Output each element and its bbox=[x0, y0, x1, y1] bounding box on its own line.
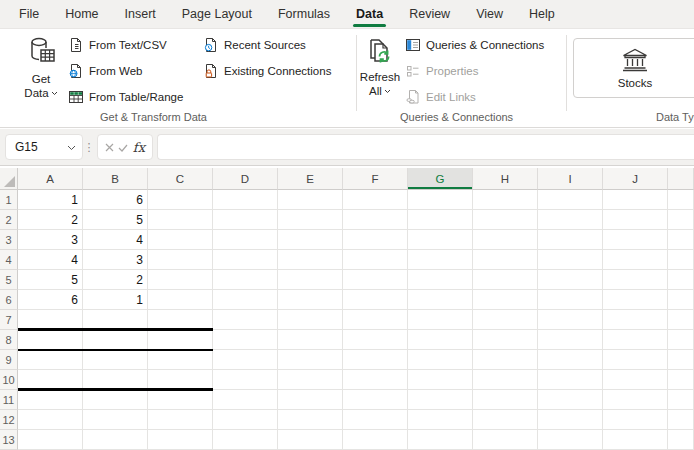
row-header-7[interactable]: 7 bbox=[0, 310, 18, 330]
tab-formulas[interactable]: Formulas bbox=[265, 0, 343, 28]
cell-C4[interactable] bbox=[148, 250, 213, 270]
cell-A3[interactable]: 3 bbox=[18, 230, 83, 250]
column-header-E[interactable]: E bbox=[278, 168, 343, 190]
cell-F12[interactable] bbox=[343, 410, 408, 430]
cell-H4[interactable] bbox=[473, 250, 538, 270]
cell-D5[interactable] bbox=[213, 270, 278, 290]
cell-H12[interactable] bbox=[473, 410, 538, 430]
cell-H13[interactable] bbox=[473, 430, 538, 450]
cell-G7[interactable] bbox=[408, 310, 473, 330]
row-header-3[interactable]: 3 bbox=[0, 230, 18, 250]
cell-I1[interactable] bbox=[538, 190, 603, 210]
cell-H6[interactable] bbox=[473, 290, 538, 310]
cell-A12[interactable] bbox=[18, 410, 83, 430]
cell-H10[interactable] bbox=[473, 370, 538, 390]
cell-H3[interactable] bbox=[473, 230, 538, 250]
cell-E10[interactable] bbox=[278, 370, 343, 390]
cell-partial4[interactable] bbox=[668, 250, 694, 270]
cell-C11[interactable] bbox=[148, 390, 213, 410]
cell-partial11[interactable] bbox=[668, 390, 694, 410]
cell-C1[interactable] bbox=[148, 190, 213, 210]
formula-input[interactable] bbox=[157, 134, 694, 160]
cell-A1[interactable]: 1 bbox=[18, 190, 83, 210]
cell-G12[interactable] bbox=[408, 410, 473, 430]
cell-I12[interactable] bbox=[538, 410, 603, 430]
cell-partial6[interactable] bbox=[668, 290, 694, 310]
cell-C2[interactable] bbox=[148, 210, 213, 230]
row-header-2[interactable]: 2 bbox=[0, 210, 18, 230]
cell-J9[interactable] bbox=[603, 350, 668, 370]
cell-G4[interactable] bbox=[408, 250, 473, 270]
column-header-C[interactable]: C bbox=[148, 168, 213, 190]
from-table-range-button[interactable]: From Table/Range bbox=[68, 87, 183, 107]
cell-F13[interactable] bbox=[343, 430, 408, 450]
cell-D2[interactable] bbox=[213, 210, 278, 230]
cell-C6[interactable] bbox=[148, 290, 213, 310]
cell-G9[interactable] bbox=[408, 350, 473, 370]
cell-D1[interactable] bbox=[213, 190, 278, 210]
cell-I13[interactable] bbox=[538, 430, 603, 450]
cell-D11[interactable] bbox=[213, 390, 278, 410]
cell-F3[interactable] bbox=[343, 230, 408, 250]
cell-C3[interactable] bbox=[148, 230, 213, 250]
cell-partial12[interactable] bbox=[668, 410, 694, 430]
tab-review[interactable]: Review bbox=[396, 0, 463, 28]
cell-partial7[interactable] bbox=[668, 310, 694, 330]
cell-F11[interactable] bbox=[343, 390, 408, 410]
cell-B3[interactable]: 4 bbox=[83, 230, 148, 250]
cell-J10[interactable] bbox=[603, 370, 668, 390]
cell-partial3[interactable] bbox=[668, 230, 694, 250]
cell-D4[interactable] bbox=[213, 250, 278, 270]
cancel-icon[interactable] bbox=[105, 138, 114, 156]
recent-sources-button[interactable]: Recent Sources bbox=[203, 35, 306, 55]
cell-I7[interactable] bbox=[538, 310, 603, 330]
tab-file[interactable]: File bbox=[6, 0, 52, 28]
from-web-button[interactable]: From Web bbox=[68, 61, 142, 81]
cell-partial1[interactable] bbox=[668, 190, 694, 210]
cell-E8[interactable] bbox=[278, 330, 343, 350]
cell-C9[interactable] bbox=[148, 350, 213, 370]
column-header-H[interactable]: H bbox=[473, 168, 538, 190]
cell-J3[interactable] bbox=[603, 230, 668, 250]
cell-partial10[interactable] bbox=[668, 370, 694, 390]
cell-E4[interactable] bbox=[278, 250, 343, 270]
cell-F1[interactable] bbox=[343, 190, 408, 210]
cell-B1[interactable]: 6 bbox=[83, 190, 148, 210]
cell-D3[interactable] bbox=[213, 230, 278, 250]
cell-A9[interactable] bbox=[18, 350, 83, 370]
cell-E5[interactable] bbox=[278, 270, 343, 290]
row-header-12[interactable]: 12 bbox=[0, 410, 18, 430]
cell-B6[interactable]: 1 bbox=[83, 290, 148, 310]
row-header-4[interactable]: 4 bbox=[0, 250, 18, 270]
cell-A8[interactable] bbox=[18, 330, 83, 350]
tab-page-layout[interactable]: Page Layout bbox=[169, 0, 265, 28]
cell-H2[interactable] bbox=[473, 210, 538, 230]
cell-F6[interactable] bbox=[343, 290, 408, 310]
enter-check-icon[interactable] bbox=[118, 138, 128, 156]
cell-A13[interactable] bbox=[18, 430, 83, 450]
cell-A10[interactable] bbox=[18, 370, 83, 390]
cell-F8[interactable] bbox=[343, 330, 408, 350]
cell-partial8[interactable] bbox=[668, 330, 694, 350]
cell-J12[interactable] bbox=[603, 410, 668, 430]
cell-partial5[interactable] bbox=[668, 270, 694, 290]
cell-J6[interactable] bbox=[603, 290, 668, 310]
cell-J4[interactable] bbox=[603, 250, 668, 270]
cell-A4[interactable]: 4 bbox=[18, 250, 83, 270]
cell-D6[interactable] bbox=[213, 290, 278, 310]
cell-C7[interactable] bbox=[148, 310, 213, 330]
tab-data[interactable]: Data bbox=[343, 0, 396, 28]
row-header-6[interactable]: 6 bbox=[0, 290, 18, 310]
cell-partial13[interactable] bbox=[668, 430, 694, 450]
cell-I8[interactable] bbox=[538, 330, 603, 350]
cell-B4[interactable]: 3 bbox=[83, 250, 148, 270]
cell-partial9[interactable] bbox=[668, 350, 694, 370]
tab-help[interactable]: Help bbox=[516, 0, 568, 28]
cell-A11[interactable] bbox=[18, 390, 83, 410]
row-header-5[interactable]: 5 bbox=[0, 270, 18, 290]
cell-G2[interactable] bbox=[408, 210, 473, 230]
cell-I5[interactable] bbox=[538, 270, 603, 290]
column-header-I[interactable]: I bbox=[538, 168, 603, 190]
cell-J8[interactable] bbox=[603, 330, 668, 350]
cell-J5[interactable] bbox=[603, 270, 668, 290]
